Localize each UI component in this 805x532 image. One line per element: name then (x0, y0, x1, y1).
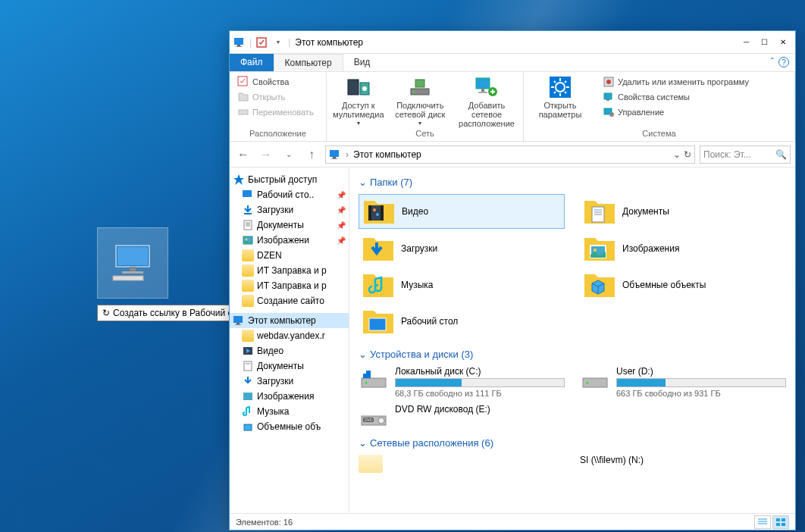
properties-icon[interactable] (255, 36, 268, 49)
sidebar-item[interactable]: Рабочий сто..📌 (230, 187, 349, 202)
ribbon-tabs: Файл Компьютер Вид ˆ ? (230, 54, 795, 72)
sidebar-this-pc[interactable]: Этот компьютер (230, 313, 349, 328)
svg-rect-40 (243, 190, 252, 197)
svg-rect-19 (478, 92, 487, 93)
search-field[interactable]: Поиск: Эт... 🔍 (700, 146, 791, 164)
folder-video[interactable]: Видео (359, 194, 565, 229)
svg-rect-70 (363, 371, 366, 374)
folder-music[interactable]: Музыка (359, 268, 565, 302)
group-label-system: Система (530, 129, 788, 138)
maximize-button[interactable]: ☐ (761, 38, 768, 46)
svg-rect-81 (776, 518, 780, 521)
drive-e[interactable]: DVD DVD RW дисковод (E:) (359, 404, 565, 428)
sidebar-item[interactable]: Загрузки📌 (230, 202, 349, 217)
minimize-button[interactable]: ─ (744, 38, 749, 46)
svg-rect-6 (237, 45, 240, 46)
ribbon-media-access[interactable]: Доступ к мультимедиа▾ (333, 75, 384, 127)
svg-rect-50 (235, 324, 241, 325)
svg-point-60 (376, 213, 379, 216)
ribbon-properties[interactable]: Свойства (236, 75, 320, 89)
svg-rect-15 (415, 80, 424, 87)
svg-line-30 (565, 81, 566, 83)
svg-rect-1 (117, 247, 148, 265)
ribbon-open-settings[interactable]: Открыть параметры (530, 75, 590, 119)
up-button[interactable]: ↑ (302, 146, 321, 164)
drive-d[interactable]: User (D:) 663 ГБ свободно из 931 ГБ (580, 366, 786, 398)
svg-rect-5 (234, 38, 243, 45)
svg-rect-3 (122, 271, 143, 274)
sidebar-item[interactable]: Изображения (230, 389, 349, 404)
navigation-pane[interactable]: Быстрый доступ Рабочий сто..📌 Загрузки📌 … (230, 167, 349, 513)
svg-text:DVD: DVD (365, 418, 373, 422)
ribbon-uninstall[interactable]: Удалить или изменить программу (601, 75, 788, 89)
netloc-item[interactable]: SI (\\filevm) (N:) (580, 455, 786, 473)
folder-downloads[interactable]: Загрузки (359, 232, 565, 265)
folder-documents[interactable]: Документы (580, 194, 786, 229)
sidebar-item[interactable]: DZEN (230, 248, 349, 263)
section-drives[interactable]: ⌄ Устройства и диски (3) (359, 349, 786, 360)
folder-3d[interactable]: Объемные объекты (580, 268, 786, 302)
drive-name: Локальный диск (C:) (395, 366, 565, 377)
netloc-item[interactable] (359, 455, 565, 473)
ribbon-map-drive[interactable]: Подключить сетевой диск▾ (392, 75, 449, 127)
view-details-button[interactable] (754, 515, 771, 529)
svg-point-66 (594, 249, 597, 252)
svg-line-29 (554, 92, 556, 93)
svg-rect-34 (606, 99, 609, 101)
qat-separator: | (249, 37, 252, 48)
address-dropdown-icon[interactable]: ⌄ (673, 149, 681, 160)
sidebar-item[interactable]: Документы (230, 358, 349, 374)
svg-rect-54 (243, 393, 252, 400)
close-button[interactable]: ✕ (780, 38, 786, 46)
sidebar-item[interactable]: Видео (230, 343, 349, 358)
refresh-icon[interactable]: ↻ (684, 149, 691, 160)
sidebar-item[interactable]: Загрузки (230, 374, 349, 389)
svg-rect-48 (233, 316, 243, 323)
sidebar-quick-access[interactable]: Быстрый доступ (230, 172, 349, 187)
svg-point-36 (609, 112, 614, 117)
tab-computer[interactable]: Компьютер (274, 54, 343, 71)
svg-rect-82 (782, 518, 785, 521)
sidebar-item[interactable]: Создание сайто (230, 293, 349, 308)
chevron-down-icon: ⌄ (359, 349, 367, 360)
address-field[interactable]: › Этот компьютер ⌄ ↻ (325, 146, 695, 164)
sidebar-item[interactable]: ИТ Заправка и р (230, 263, 349, 278)
content-pane[interactable]: ⌄ Папки (7) Видео Документы Загрузки (349, 167, 795, 513)
ribbon-manage[interactable]: Управление (601, 105, 788, 119)
ribbon-sysprops[interactable]: Свойства системы (601, 90, 788, 104)
drive-c[interactable]: Локальный диск (C:) 68,3 ГБ свободно из … (359, 366, 565, 398)
ribbon-toggle-icon[interactable]: ˆ (771, 57, 774, 68)
group-label-location: Расположение (236, 129, 320, 138)
address-location: Этот компьютер (353, 149, 421, 160)
back-button[interactable]: ← (234, 146, 252, 164)
section-folders[interactable]: ⌄ Папки (7) (359, 177, 786, 188)
sidebar-item[interactable]: webdav.yandex.r (230, 328, 349, 343)
svg-rect-38 (333, 157, 336, 158)
sidebar-item[interactable]: ИТ Заправка и р (230, 278, 349, 293)
folder-desktop[interactable]: Рабочий стол (359, 305, 565, 338)
sidebar-item[interactable]: Объемные объ (230, 419, 349, 434)
forward-button[interactable]: → (257, 146, 275, 164)
tab-file[interactable]: Файл (230, 54, 274, 71)
sidebar-item[interactable]: Документы📌 (230, 217, 349, 233)
folder-pictures[interactable]: Изображения (580, 232, 786, 265)
svg-rect-55 (244, 424, 252, 430)
svg-rect-7 (236, 46, 242, 47)
sidebar-item[interactable]: Музыка (230, 404, 349, 419)
view-icons-button[interactable] (772, 515, 789, 529)
desktop-drag-icon[interactable] (97, 227, 168, 299)
svg-line-27 (554, 81, 556, 83)
svg-rect-11 (348, 80, 359, 95)
sidebar-item[interactable]: Изображени📌 (230, 233, 349, 248)
addressbar: ← → ⌄ ↑ › Этот компьютер ⌄ ↻ Поиск: Эт..… (230, 142, 795, 167)
titlebar[interactable]: | ▾ | Этот компьютер ─ ☐ ✕ (230, 31, 795, 54)
section-network[interactable]: ⌄ Сетевые расположения (6) (359, 437, 786, 449)
svg-rect-49 (236, 323, 240, 324)
help-icon[interactable]: ? (778, 57, 789, 67)
ribbon-add-netloc[interactable]: Добавить сетевое расположение (456, 75, 517, 128)
ribbon: Свойства Открыть Переименовать Расположе… (230, 72, 795, 142)
tab-view[interactable]: Вид (343, 54, 381, 71)
qat-dropdown-icon[interactable]: ▾ (271, 36, 285, 49)
statusbar: Элементов: 16 (230, 513, 795, 530)
recent-dropdown[interactable]: ⌄ (280, 146, 298, 164)
